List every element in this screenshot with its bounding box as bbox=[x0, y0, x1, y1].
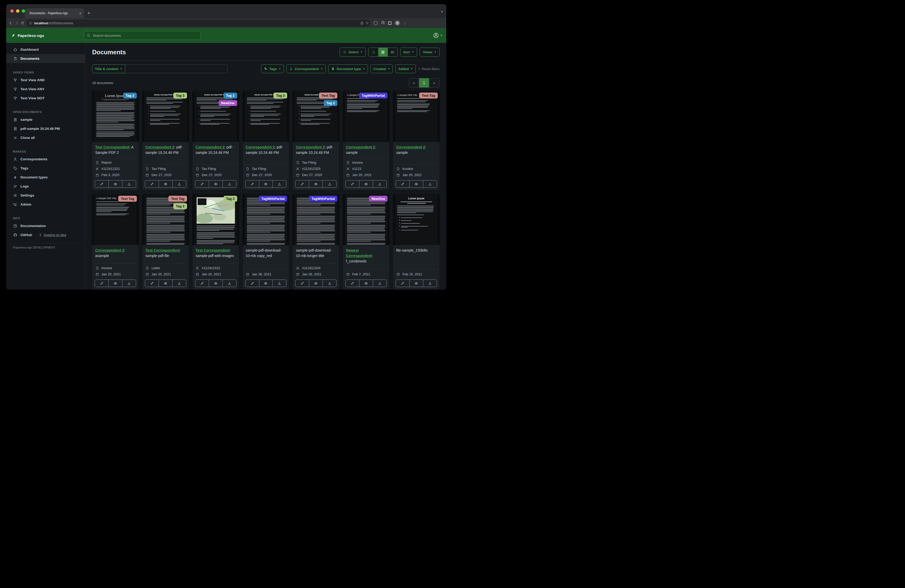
edit-pencil-button[interactable] bbox=[195, 280, 209, 287]
download-button[interactable] bbox=[323, 280, 337, 287]
document-thumbnail[interactable]: TagWithPartial bbox=[293, 194, 339, 245]
sidebar-item-documentation[interactable]: Documentation bbox=[6, 221, 85, 230]
document-thumbnail[interactable]: A Simple PDF File Test Tag bbox=[92, 194, 139, 245]
sidebar-item-github[interactable]: GitHubSuggest an idea bbox=[6, 230, 85, 239]
user-menu[interactable]: ▼ bbox=[433, 32, 443, 38]
download-button[interactable] bbox=[173, 280, 186, 287]
tag-badge[interactable]: Test Tag bbox=[319, 93, 338, 98]
window-controls[interactable] bbox=[10, 9, 25, 13]
preview-eye-button[interactable] bbox=[309, 181, 323, 187]
preview-eye-button[interactable] bbox=[109, 181, 122, 187]
filter-added-button[interactable]: Added▼ bbox=[395, 64, 416, 73]
download-button[interactable] bbox=[223, 280, 236, 287]
profile-icon[interactable] bbox=[395, 21, 400, 25]
site-info-icon[interactable] bbox=[29, 21, 32, 25]
tag-badge[interactable]: TagWithPartial bbox=[309, 196, 337, 202]
edit-pencil-button[interactable] bbox=[295, 181, 309, 187]
views-button[interactable]: Views▼ bbox=[420, 48, 440, 57]
tag-badge[interactable]: TagWithPartial bbox=[359, 93, 387, 98]
document-card[interactable]: Adobe Acrobat PDF Files Test TagTag 2 Co… bbox=[293, 91, 339, 190]
tag-badge[interactable]: NewOne bbox=[369, 196, 387, 202]
edit-pencil-button[interactable] bbox=[145, 280, 159, 287]
correspondent-link[interactable]: Correspondent 2 bbox=[246, 145, 275, 149]
preview-eye-button[interactable] bbox=[410, 181, 423, 187]
document-thumbnail[interactable]: Lorem ipsum bbox=[393, 194, 440, 245]
sidebar-item-logs[interactable]: Logs bbox=[6, 182, 85, 191]
sidebar-item-admin[interactable]: Admin bbox=[6, 200, 85, 209]
document-card[interactable]: TagWithPartial sample-pdf-download-10-mb… bbox=[293, 194, 339, 290]
download-button[interactable] bbox=[273, 181, 286, 187]
filter-correspondent-button[interactable]: Correspondent▼ bbox=[286, 64, 326, 73]
tag-badge[interactable]: Tag 2 bbox=[324, 100, 337, 106]
document-card[interactable]: Adobe Acrobat PDF Files Tag 2NewOne Corr… bbox=[192, 91, 239, 190]
download-button[interactable] bbox=[373, 280, 387, 287]
document-card[interactable]: A Simple PDF File Test Tag Correspondent… bbox=[92, 194, 139, 290]
download-button[interactable] bbox=[373, 181, 387, 187]
tag-badge[interactable]: TagWithPartial bbox=[259, 196, 287, 202]
document-card[interactable]: NewOne Newest Correspondent: f_combineds… bbox=[343, 194, 389, 290]
document-card[interactable]: Lorem Ipsum Tag 2 Test Correspondent: A … bbox=[92, 91, 139, 190]
tag-badge[interactable]: Tag 3 bbox=[224, 196, 237, 202]
zoom-window-button[interactable] bbox=[22, 9, 25, 13]
select-button[interactable]: Select▼ bbox=[340, 48, 365, 57]
correspondent-link[interactable]: Newest Correspondent bbox=[346, 248, 372, 258]
search-input[interactable] bbox=[92, 33, 198, 38]
page-current[interactable]: 1 bbox=[419, 78, 429, 87]
document-card[interactable]: A Simple PDF File TagWithPartial Corresp… bbox=[343, 91, 389, 190]
window-icon[interactable] bbox=[388, 21, 391, 25]
password-manager-icon[interactable] bbox=[373, 21, 378, 25]
preview-eye-button[interactable] bbox=[259, 181, 273, 187]
download-button[interactable] bbox=[223, 181, 236, 187]
new-tab-button[interactable]: + bbox=[87, 11, 90, 16]
sort-button[interactable]: Sort▼ bbox=[400, 48, 417, 57]
tab-close-icon[interactable]: × bbox=[79, 12, 81, 15]
tag-badge[interactable]: Tag 3 bbox=[173, 93, 187, 98]
sidebar-item-documents[interactable]: Documents bbox=[6, 54, 85, 63]
share-icon[interactable] bbox=[360, 21, 364, 25]
document-thumbnail[interactable]: TagWithPartial bbox=[243, 194, 289, 245]
document-thumbnail[interactable]: Adobe Acrobat PDF Files Tag 3 bbox=[142, 91, 189, 142]
tag-badge[interactable]: Test Tag bbox=[419, 93, 438, 98]
document-thumbnail[interactable]: NewOne bbox=[343, 194, 389, 245]
sidebar-item-pdf-sample-10-24-48-pm[interactable]: pdf-sample 10.24.48 PM bbox=[6, 124, 85, 133]
edit-pencil-button[interactable] bbox=[396, 181, 410, 187]
page-prev-button[interactable]: « bbox=[409, 78, 419, 87]
url-bar[interactable]: localhost:4200/documents ☆ bbox=[26, 20, 370, 27]
correspondent-link[interactable]: Correspondent 2 bbox=[346, 145, 375, 149]
close-window-button[interactable] bbox=[10, 9, 14, 13]
document-card[interactable]: Adobe Acrobat PDF Files Tag 3 Correspond… bbox=[142, 91, 189, 190]
edit-pencil-button[interactable] bbox=[295, 280, 309, 287]
document-card[interactable]: Adobe Acrobat PDF Files Tag 3 Correspond… bbox=[243, 91, 289, 190]
edit-pencil-button[interactable] bbox=[396, 280, 410, 287]
correspondent-link[interactable]: Correspondent 2 bbox=[296, 145, 325, 149]
reload-icon[interactable] bbox=[21, 21, 24, 25]
edit-pencil-button[interactable] bbox=[95, 280, 109, 287]
tag-badge[interactable]: Test Tag bbox=[118, 196, 137, 202]
document-card[interactable]: TagWithPartial sample-pdf-download-10-mb… bbox=[243, 194, 289, 290]
document-card[interactable]: Lorem ipsum file-sample_150kBs Feb 15, 2… bbox=[393, 194, 440, 290]
minimize-window-button[interactable] bbox=[16, 9, 19, 13]
tag-badge[interactable]: Test Tag bbox=[168, 196, 187, 202]
correspondent-link[interactable]: Test Correspondent bbox=[95, 145, 129, 149]
back-icon[interactable] bbox=[9, 21, 13, 25]
tag-badge[interactable]: Tag 3 bbox=[173, 203, 187, 209]
preview-eye-button[interactable] bbox=[359, 280, 373, 287]
sidebar-item-settings[interactable]: Settings bbox=[6, 191, 85, 200]
document-thumbnail[interactable]: A Simple PDF File TagWithPartial bbox=[343, 91, 389, 142]
preview-eye-button[interactable] bbox=[410, 280, 423, 287]
download-button[interactable] bbox=[173, 181, 186, 187]
tag-badge[interactable]: NewOne bbox=[219, 100, 237, 106]
preview-eye-button[interactable] bbox=[309, 280, 323, 287]
edit-pencil-button[interactable] bbox=[145, 181, 159, 187]
edit-pencil-button[interactable] bbox=[195, 181, 209, 187]
download-button[interactable] bbox=[122, 280, 136, 287]
tag-badge[interactable]: Tag 2 bbox=[123, 93, 137, 98]
tag-badge[interactable]: Tag 2 bbox=[224, 93, 237, 98]
sidebar-item-correspondents[interactable]: Correspondents bbox=[6, 155, 85, 164]
preview-eye-button[interactable] bbox=[109, 280, 122, 287]
edit-pencil-button[interactable] bbox=[246, 280, 259, 287]
edit-pencil-button[interactable] bbox=[346, 280, 359, 287]
extensions-icon[interactable] bbox=[381, 21, 385, 25]
filter-document-type-button[interactable]: Document type▼ bbox=[328, 64, 368, 73]
sidebar-item-test-view-any[interactable]: Test View ANY bbox=[6, 84, 85, 94]
